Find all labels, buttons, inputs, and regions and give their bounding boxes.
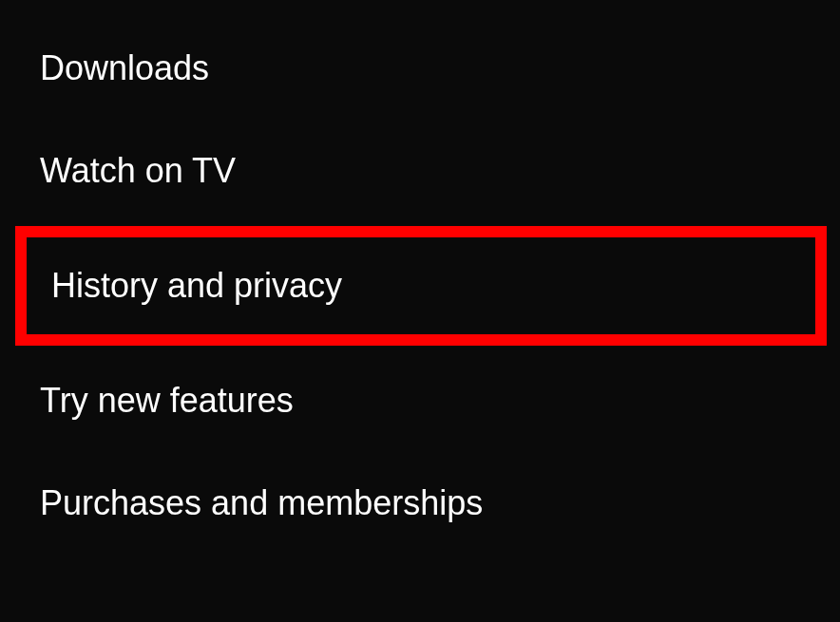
- settings-item-downloads[interactable]: Downloads: [0, 17, 840, 120]
- highlight-box: History and privacy: [15, 226, 827, 346]
- settings-item-label: Purchases and memberships: [40, 483, 483, 522]
- settings-item-label: Watch on TV: [40, 151, 236, 190]
- settings-item-watch-on-tv[interactable]: Watch on TV: [0, 120, 840, 222]
- settings-list: Downloads Watch on TV History and privac…: [0, 0, 840, 555]
- settings-item-label: Try new features: [40, 381, 294, 420]
- settings-item-label: History and privacy: [51, 266, 342, 305]
- settings-item-history-and-privacy[interactable]: History and privacy: [27, 237, 815, 334]
- settings-item-label: Downloads: [40, 48, 209, 87]
- settings-item-try-new-features[interactable]: Try new features: [0, 349, 840, 452]
- settings-item-purchases-and-memberships[interactable]: Purchases and memberships: [0, 452, 840, 555]
